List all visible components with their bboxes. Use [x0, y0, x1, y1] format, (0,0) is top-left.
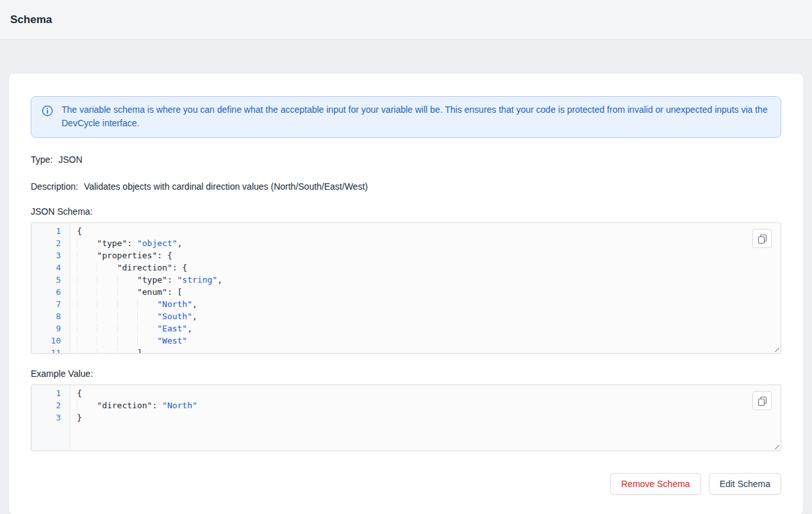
- json-schema-label: JSON Schema:: [31, 206, 781, 217]
- line-number: 2: [31, 399, 70, 411]
- line-number: 7: [31, 298, 70, 310]
- schema-card: The variable schema is where you can def…: [9, 74, 803, 514]
- copy-icon: [758, 234, 767, 244]
- line-number: 8: [31, 310, 70, 322]
- code-line: 4 "direction": {: [31, 261, 781, 274]
- code-text: "type": "string",: [70, 274, 222, 286]
- line-number: 10: [31, 335, 70, 347]
- code-text: ]: [70, 347, 142, 354]
- code-line: 1{: [31, 225, 781, 237]
- line-number: 3: [31, 411, 70, 424]
- code-text: }: [70, 411, 82, 424]
- code-text: "West": [70, 335, 187, 347]
- info-alert-text: The variable schema is where you can def…: [62, 103, 770, 130]
- code-line: 8 "South",: [31, 310, 781, 322]
- copy-button[interactable]: [752, 229, 772, 248]
- type-row: Type:JSON: [31, 154, 781, 165]
- code-lines: 1{2 "type": "object",3 "properties": {4 …: [31, 223, 781, 354]
- code-line: 3 "properties": {: [31, 249, 781, 261]
- copy-icon: [758, 396, 767, 406]
- code-line: 5 "type": "string",: [31, 274, 781, 286]
- example-value-label: Example Value:: [31, 369, 781, 379]
- code-lines: 1{2 "direction": "North"3}: [31, 385, 781, 424]
- code-text: "enum": [: [70, 286, 182, 298]
- info-alert: The variable schema is where you can def…: [31, 96, 781, 138]
- type-label: Type:: [31, 154, 53, 165]
- example-value-editor[interactable]: 1{2 "direction": "North"3}: [31, 385, 781, 451]
- edit-schema-button[interactable]: Edit Schema: [709, 473, 781, 495]
- page-header: Schema: [0, 0, 812, 40]
- json-schema-editor[interactable]: 1{2 "type": "object",3 "properties": {4 …: [31, 222, 781, 354]
- code-line: 11 ]: [31, 347, 781, 354]
- footer-actions: Remove Schema Edit Schema: [31, 473, 781, 495]
- code-text: "direction": {: [70, 261, 187, 274]
- line-number: 9: [31, 322, 70, 335]
- code-line: 2 "direction": "North": [31, 399, 781, 411]
- code-line: 10 "West": [31, 335, 781, 347]
- code-line: 3}: [31, 411, 781, 424]
- line-number: 5: [31, 274, 70, 286]
- line-number: 2: [31, 237, 70, 249]
- code-line: 9 "East",: [31, 322, 781, 335]
- code-text: "type": "object",: [70, 237, 182, 249]
- line-number: 1: [31, 225, 70, 237]
- page-title: Schema: [10, 13, 52, 26]
- code-text: {: [70, 225, 82, 237]
- code-text: "East",: [70, 322, 192, 335]
- type-value: JSON: [58, 154, 82, 165]
- line-number: 6: [31, 286, 70, 298]
- code-text: "South",: [70, 310, 197, 322]
- description-label: Description:: [31, 181, 78, 192]
- code-text: {: [70, 387, 82, 399]
- description-row: Description:Validates objects with cardi…: [31, 181, 781, 192]
- code-text: "North",: [70, 298, 197, 310]
- code-line: 6 "enum": [: [31, 286, 781, 298]
- line-number: 11: [31, 347, 70, 354]
- code-line: 1{: [31, 387, 781, 399]
- line-number: 1: [31, 387, 70, 399]
- code-text: "direction": "North": [70, 399, 197, 411]
- code-text: "properties": {: [70, 249, 172, 261]
- line-number: 4: [31, 261, 70, 274]
- code-line: 2 "type": "object",: [31, 237, 781, 249]
- description-value: Validates objects with cardinal directio…: [84, 181, 368, 192]
- resize-handle[interactable]: [772, 442, 779, 449]
- copy-button[interactable]: [752, 391, 772, 410]
- info-icon: [42, 105, 53, 117]
- line-number: 3: [31, 249, 70, 261]
- remove-schema-button[interactable]: Remove Schema: [610, 473, 700, 495]
- code-line: 7 "North",: [31, 298, 781, 310]
